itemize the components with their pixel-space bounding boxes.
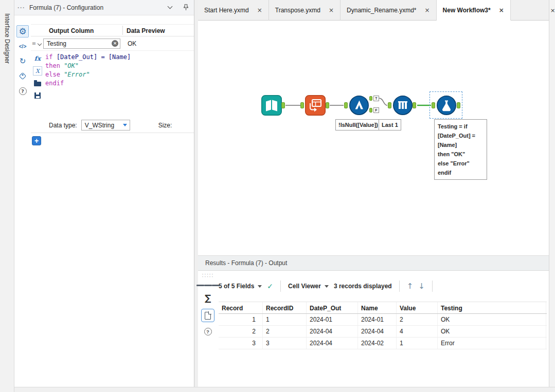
panel-splitter[interactable] bbox=[194, 0, 198, 392]
column-header-testing[interactable]: Testing bbox=[438, 302, 546, 313]
apply-check-icon[interactable]: ✓ bbox=[267, 282, 273, 290]
tab-close-icon[interactable]: × bbox=[329, 7, 334, 14]
table-cell: 2024-04 bbox=[307, 326, 358, 337]
workflow-tab[interactable]: Start Here.yxmd× bbox=[198, 0, 269, 21]
connection[interactable] bbox=[379, 98, 387, 105]
table-cell: 1 bbox=[263, 314, 307, 325]
filter-icon bbox=[349, 95, 369, 116]
column-header-recordid[interactable]: RecordID bbox=[263, 302, 307, 313]
true-output-anchor[interactable] bbox=[369, 96, 372, 101]
workflow-canvas[interactable]: T F !IsNull([Value]) Last 1 Testing = if… bbox=[198, 21, 549, 255]
tab-close-icon[interactable]: × bbox=[257, 7, 262, 14]
records-displayed-text: 3 records displayed bbox=[334, 283, 392, 290]
help-icon[interactable]: ? bbox=[16, 85, 29, 97]
table-row[interactable]: 222024-042024-044OK bbox=[219, 326, 547, 338]
output-anchor[interactable] bbox=[281, 102, 285, 108]
up-arrow-icon[interactable]: ↑ bbox=[407, 282, 414, 291]
table-row[interactable]: 332024-042024-021Error bbox=[219, 338, 547, 349]
sigma-icon[interactable]: ∑ bbox=[205, 293, 211, 303]
workflow-tab[interactable]: Transpose.yxmd× bbox=[269, 0, 341, 21]
workflow-tab[interactable]: Dynamic_Rename.yxmd*× bbox=[341, 0, 436, 21]
tab-close-icon[interactable]: × bbox=[499, 7, 504, 14]
column-header-datep_out[interactable]: DateP_Out bbox=[307, 302, 358, 313]
functions-icon[interactable]: fx bbox=[33, 54, 42, 63]
input-data-tool[interactable] bbox=[261, 95, 282, 116]
variables-icon[interactable]: X bbox=[33, 66, 42, 76]
table-cell: 1 bbox=[397, 338, 438, 349]
output-anchor[interactable] bbox=[326, 102, 329, 108]
help-icon[interactable]: ? bbox=[204, 328, 212, 335]
table-cell: 2024-02 bbox=[358, 338, 397, 349]
interface-designer-tab[interactable]: Interface Designer bbox=[4, 13, 11, 392]
data-type-row: Data type: V_WString Size: bbox=[31, 118, 194, 133]
transpose-icon bbox=[305, 95, 326, 116]
false-output-anchor[interactable] bbox=[369, 108, 372, 113]
tag-icon[interactable] bbox=[16, 70, 29, 82]
gear-icon[interactable]: ⚙ bbox=[16, 25, 29, 38]
annotation-line: endif bbox=[438, 168, 484, 177]
cell-viewer-dropdown[interactable]: Cell Viewer bbox=[288, 283, 329, 290]
formula-zone: fx X if [DateP_Out] = [Name]then "OK"els… bbox=[31, 51, 194, 118]
filter-tool[interactable] bbox=[349, 95, 369, 116]
panel-grip-icon[interactable]: ··· bbox=[17, 4, 25, 11]
data-type-select[interactable]: V_WString bbox=[81, 120, 130, 130]
sample-icon bbox=[392, 95, 413, 116]
false-anchor-label: F bbox=[373, 107, 379, 113]
formula-editor-toolbar: fx X bbox=[31, 53, 44, 118]
table-cell: 2 bbox=[219, 326, 263, 337]
annotation-line: Testing = if bbox=[438, 122, 484, 131]
refresh-icon[interactable]: ↻ bbox=[16, 55, 29, 67]
annotation-line: else "Error" bbox=[438, 159, 484, 168]
sample-annotation[interactable]: Last 1 bbox=[379, 119, 401, 130]
data-type-value: V_WString bbox=[85, 122, 114, 129]
column-header-record[interactable]: Record bbox=[219, 302, 263, 313]
output-column-header: Output Column bbox=[49, 25, 94, 37]
results-body: ·········· ∑ ? 5 of 5 Fields ✓ bbox=[198, 271, 549, 387]
input-anchor[interactable] bbox=[344, 102, 348, 108]
down-arrow-icon[interactable]: ↓ bbox=[418, 282, 425, 291]
annotation-line: then "OK" bbox=[438, 150, 484, 159]
row-grip-icon[interactable]: ≡ bbox=[31, 41, 37, 46]
clear-column-icon[interactable]: × bbox=[112, 40, 118, 47]
configuration-body: Output Column Data Preview ≡ Testing × O… bbox=[31, 16, 194, 392]
formula-editor[interactable]: if [DateP_Out] = [Name]then "OK"else "Er… bbox=[45, 53, 131, 118]
collapse-chevron-icon[interactable] bbox=[168, 4, 173, 9]
save-icon[interactable] bbox=[33, 91, 42, 100]
table-cell: 2024-04 bbox=[358, 326, 397, 337]
expand-chevron-icon[interactable] bbox=[38, 41, 42, 45]
table-cell: 2024-01 bbox=[307, 314, 358, 325]
input-anchor[interactable] bbox=[300, 102, 304, 108]
output-anchor[interactable] bbox=[413, 102, 416, 108]
filter-annotation[interactable]: !IsNull([Value]) bbox=[335, 119, 381, 130]
sample-tool[interactable] bbox=[392, 95, 413, 116]
results-grip-icon[interactable]: ·········· bbox=[202, 273, 213, 278]
table-row[interactable]: 112024-012024-012OK bbox=[219, 314, 547, 326]
formula-annotation[interactable]: Testing = if[DateP_Out] =[Name]then "OK"… bbox=[434, 119, 487, 180]
close-icon[interactable]: × bbox=[550, 7, 555, 14]
transpose-tool[interactable] bbox=[305, 95, 326, 116]
workflow-tab[interactable]: New Workflow3*× bbox=[437, 0, 511, 21]
data-preview-value: OK bbox=[128, 40, 136, 47]
code-icon[interactable]: </> bbox=[16, 40, 29, 52]
true-anchor-label: T bbox=[373, 96, 379, 101]
tab-close-icon[interactable]: × bbox=[424, 7, 429, 14]
open-folder-icon[interactable] bbox=[33, 79, 42, 88]
tab-label: Transpose.yxmd bbox=[275, 7, 320, 14]
data-view-icon[interactable] bbox=[196, 284, 220, 287]
workspace: Start Here.yxmd×Transpose.yxmd×Dynamic_R… bbox=[198, 0, 549, 392]
add-column-button[interactable]: + bbox=[32, 136, 41, 145]
column-header-name[interactable]: Name bbox=[358, 302, 397, 313]
input-anchor[interactable] bbox=[388, 102, 391, 108]
fields-dropdown[interactable]: 5 of 5 Fields bbox=[219, 283, 262, 290]
output-column-input[interactable]: Testing × bbox=[43, 39, 120, 49]
pin-icon[interactable] bbox=[183, 4, 189, 11]
right-scrollbar[interactable]: × bbox=[549, 0, 555, 392]
table-cell: 2 bbox=[397, 314, 438, 325]
results-toolbar: 5 of 5 Fields ✓ Cell Viewer 3 records di… bbox=[218, 271, 549, 302]
column-header-value[interactable]: Value bbox=[397, 302, 438, 313]
panel-title: Formula (7) - Configuration bbox=[29, 4, 103, 11]
output-view-icon[interactable] bbox=[201, 309, 214, 322]
table-cell: OK bbox=[438, 326, 546, 337]
tab-label: Dynamic_Rename.yxmd* bbox=[347, 7, 416, 14]
annotation-line: [Name] bbox=[438, 140, 484, 150]
